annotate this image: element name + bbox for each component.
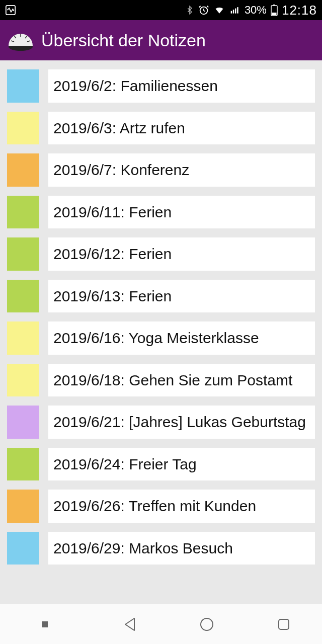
svg-point-16 (201, 618, 213, 630)
nav-back-icon[interactable] (118, 612, 143, 637)
note-card[interactable]: 2019/6/13: Ferien (48, 280, 315, 313)
list-item[interactable]: 2019/6/24: Freier Tag (7, 448, 315, 481)
app-title: Übersicht der Notizen (41, 31, 206, 50)
note-text: 2019/6/24: Freier Tag (53, 455, 197, 474)
wifi-icon (213, 5, 225, 15)
nav-menu-icon[interactable] (26, 612, 66, 637)
color-swatch (7, 280, 39, 313)
signal-icon (229, 5, 240, 15)
list-item[interactable]: 2019/6/16: Yoga Meisterklasse (7, 321, 315, 355)
alarm-icon (198, 5, 209, 16)
note-text: 2019/6/26: Treffen mit Kunden (53, 497, 256, 516)
note-card[interactable]: 2019/6/18: Gehen Sie zum Postamt (48, 364, 315, 397)
color-swatch (7, 112, 39, 145)
note-text: 2019/6/21: [Jahres] Lukas Geburtstag (53, 413, 306, 432)
note-text: 2019/6/2: Familienessen (53, 76, 218, 96)
bluetooth-icon (185, 5, 194, 16)
note-text: 2019/6/16: Yoga Meisterklasse (53, 329, 259, 348)
color-swatch (7, 406, 39, 439)
clock-time: 12:18 (282, 3, 317, 18)
note-text: 2019/6/29: Markos Besuch (53, 539, 233, 558)
color-swatch (7, 490, 39, 523)
status-bar: 30% 12:18 (0, 0, 322, 20)
list-item[interactable]: 2019/6/13: Ferien (7, 280, 315, 313)
list-item[interactable]: 2019/6/18: Gehen Sie zum Postamt (7, 364, 315, 397)
color-swatch (7, 532, 39, 565)
color-swatch (7, 237, 39, 271)
battery-percent: 30% (245, 4, 267, 17)
nav-bar (0, 604, 322, 644)
list-item[interactable]: 2019/6/12: Ferien (7, 237, 315, 271)
svg-rect-8 (272, 13, 276, 15)
svg-rect-17 (279, 619, 289, 629)
color-swatch (7, 153, 39, 187)
svg-rect-3 (233, 10, 234, 13)
color-swatch (7, 196, 39, 229)
note-card[interactable]: 2019/6/3: Artz rufen (48, 112, 315, 145)
svg-rect-4 (235, 9, 236, 14)
list-item[interactable]: 2019/6/29: Markos Besuch (7, 532, 315, 565)
note-text: 2019/6/3: Artz rufen (53, 119, 185, 138)
note-card[interactable]: 2019/6/26: Treffen mit Kunden (48, 490, 315, 523)
list-item[interactable]: 2019/6/2: Familienessen (7, 69, 315, 103)
svg-rect-7 (273, 5, 275, 6)
list-item[interactable]: 2019/6/21: [Jahres] Lukas Geburtstag (7, 406, 315, 439)
notes-list[interactable]: 2019/6/2: Familienessen2019/6/3: Artz ru… (0, 60, 322, 604)
list-item[interactable]: 2019/6/7: Konferenz (7, 153, 315, 187)
note-text: 2019/6/18: Gehen Sie zum Postamt (53, 371, 292, 390)
list-item[interactable]: 2019/6/26: Treffen mit Kunden (7, 490, 315, 523)
note-text: 2019/6/13: Ferien (53, 287, 172, 306)
note-card[interactable]: 2019/6/7: Konferenz (48, 153, 315, 187)
battery-icon (271, 4, 278, 16)
svg-rect-15 (42, 621, 48, 627)
note-card[interactable]: 2019/6/21: [Jahres] Lukas Geburtstag (48, 406, 315, 439)
note-card[interactable]: 2019/6/2: Familienessen (48, 69, 315, 103)
note-card[interactable]: 2019/6/16: Yoga Meisterklasse (48, 321, 315, 355)
color-swatch (7, 448, 39, 481)
note-text: 2019/6/7: Konferenz (53, 160, 189, 180)
color-swatch (7, 321, 39, 355)
svg-rect-5 (237, 7, 238, 14)
nav-home-icon[interactable] (194, 612, 219, 637)
note-card[interactable]: 2019/6/29: Markos Besuch (48, 532, 315, 565)
svg-rect-2 (231, 11, 232, 14)
note-text: 2019/6/12: Ferien (53, 245, 172, 264)
note-text: 2019/6/11: Ferien (53, 203, 172, 222)
app-logo-icon (7, 27, 34, 54)
note-card[interactable]: 2019/6/12: Ferien (48, 237, 315, 271)
app-bar: Übersicht der Notizen (0, 20, 322, 60)
note-card[interactable]: 2019/6/11: Ferien (48, 196, 315, 229)
nav-recent-icon[interactable] (271, 612, 296, 637)
activity-icon (5, 5, 16, 16)
list-item[interactable]: 2019/6/3: Artz rufen (7, 112, 315, 145)
color-swatch (7, 69, 39, 103)
note-card[interactable]: 2019/6/24: Freier Tag (48, 448, 315, 481)
screen: 30% 12:18 Übersicht der (0, 0, 322, 644)
color-swatch (7, 364, 39, 397)
list-item[interactable]: 2019/6/11: Ferien (7, 196, 315, 229)
